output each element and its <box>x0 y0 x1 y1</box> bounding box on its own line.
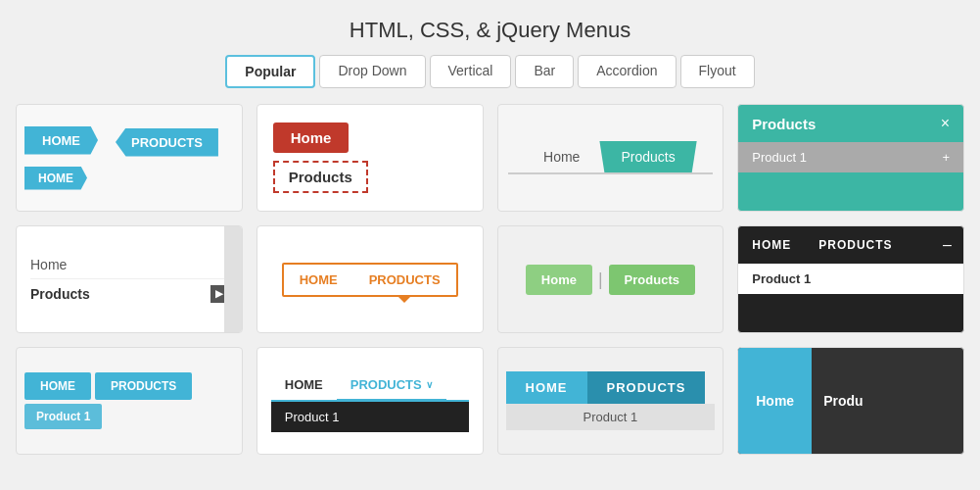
c5-home-item[interactable]: Home <box>30 251 228 279</box>
c4-header: Products × <box>738 105 963 142</box>
tab-vertical[interactable]: Vertical <box>430 55 512 88</box>
c10-products-tab[interactable]: PRODUCTS ∨ <box>337 370 446 402</box>
c9-home-tab[interactable]: HOME <box>24 372 91 400</box>
card-underline-tabs: HOME PRODUCTS ∨ Product 1 <box>257 347 484 455</box>
tab-accordion[interactable]: Accordion <box>578 55 676 88</box>
c7-products-tab[interactable]: Products <box>609 265 695 295</box>
c8-product1-label: Product 1 <box>738 264 963 294</box>
c4-product1-label: Product 1 <box>752 150 807 165</box>
card-orange-outline: HOME PRODUCTS <box>257 225 484 333</box>
tab-flyout[interactable]: Flyout <box>680 55 755 88</box>
card-red-dashed: Home Products <box>257 104 484 212</box>
c8-minus-icon[interactable]: – <box>931 226 963 264</box>
c12-home-label[interactable]: Home <box>738 348 812 454</box>
menu-grid: HOME PRODUCTS HOME Home Products Home Pr… <box>0 104 980 470</box>
tab-popular[interactable]: Popular <box>225 55 315 88</box>
tab-dropdown[interactable]: Drop Down <box>319 55 425 88</box>
c5-products-label: Products <box>30 286 90 302</box>
c12-product-label[interactable]: Produ <box>812 348 874 454</box>
card-vertical-white: Home Products ▶ <box>16 225 243 333</box>
c11-home-tab[interactable]: HOME <box>506 371 587 404</box>
c6-home-tab[interactable]: HOME <box>284 265 353 295</box>
page-title: HTML, CSS, & jQuery Menus <box>0 0 980 55</box>
card-blue-horizontal: HOME PRODUCTS Product 1 <box>497 347 724 455</box>
tabs-bar: Popular Drop Down Vertical Bar Accordion… <box>0 55 980 88</box>
c7-tabs: Home | Products <box>526 265 695 295</box>
c1-home-label: HOME <box>24 126 98 155</box>
c2-home-label: Home <box>273 122 350 153</box>
c8-home-label[interactable]: HOME <box>738 228 805 262</box>
card-tab-style: Home Products <box>497 104 724 212</box>
c4-plus-icon[interactable]: + <box>942 150 950 165</box>
c6-tabs: HOME PRODUCTS <box>282 263 458 297</box>
c3-tabs: Home Products <box>508 141 714 174</box>
c9-product1-label: Product 1 <box>24 404 102 429</box>
c7-home-tab[interactable]: Home <box>526 265 592 295</box>
c5-products-item[interactable]: Products ▶ <box>30 279 228 309</box>
c7-divider: | <box>594 265 607 295</box>
c10-home-tab[interactable]: HOME <box>271 370 337 400</box>
c4-title: Products <box>752 116 816 132</box>
c9-products-tab[interactable]: PRODUCTS <box>95 372 192 400</box>
card-green-tabs: Home | Products <box>497 225 724 333</box>
c6-products-tab[interactable]: PRODUCTS <box>353 265 456 295</box>
c11-products-tab[interactable]: PRODUCTS <box>587 371 706 404</box>
c11-row: HOME PRODUCTS <box>506 371 706 404</box>
c3-products-tab[interactable]: Products <box>599 141 696 172</box>
tab-bar[interactable]: Bar <box>515 55 574 88</box>
c10-products-label: PRODUCTS <box>350 377 422 392</box>
c9-row: HOME PRODUCTS <box>24 372 192 400</box>
c2-products-label: Products <box>273 161 368 193</box>
card-dark-menu: HOME PRODUCTS – Product 1 <box>737 225 964 333</box>
c1-home2-label: HOME <box>24 167 87 190</box>
c8-header: HOME PRODUCTS – <box>738 226 963 264</box>
card-blue-nav: HOME PRODUCTS Product 1 <box>16 347 243 455</box>
c11-product1-label: Product 1 <box>506 404 716 430</box>
card-home-product-partial: Home Produ <box>737 347 964 455</box>
c4-close-icon[interactable]: × <box>941 115 950 132</box>
c8-products-label[interactable]: PRODUCTS <box>805 228 931 262</box>
c4-sub: Product 1 + <box>738 142 963 172</box>
c10-arrow-icon: ∨ <box>426 379 433 390</box>
c10-tabs: HOME PRODUCTS ∨ <box>271 370 469 402</box>
card-teal: Products × Product 1 + <box>737 104 964 212</box>
card-blue-ribbon: HOME PRODUCTS HOME <box>16 104 243 212</box>
c3-home-tab[interactable]: Home <box>524 141 599 172</box>
c10-product1-label: Product 1 <box>271 402 469 432</box>
c1-products-label: PRODUCTS <box>116 128 218 157</box>
c5-sidebar <box>224 226 242 332</box>
